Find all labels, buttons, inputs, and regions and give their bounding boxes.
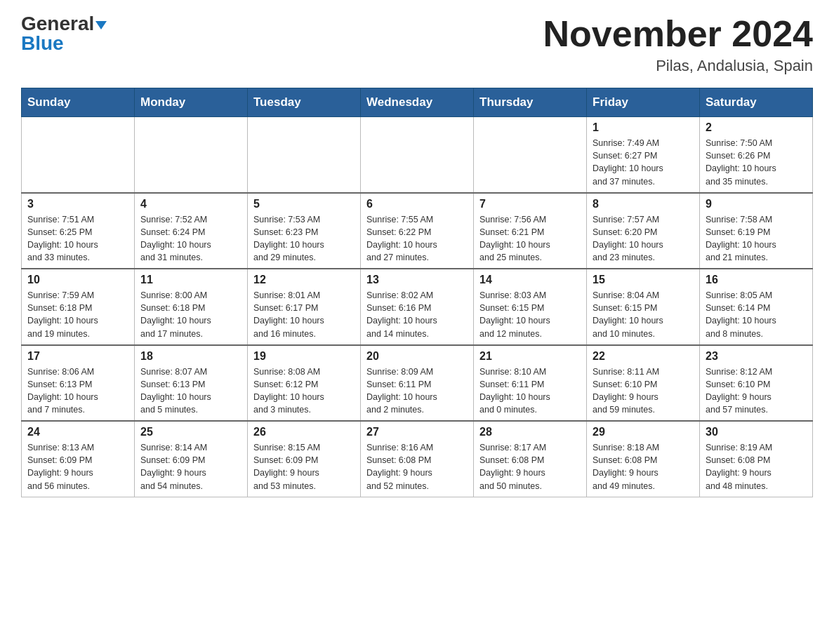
day-info: Sunrise: 7:57 AM Sunset: 6:20 PM Dayligh… bbox=[593, 213, 694, 264]
calendar-cell: 3Sunrise: 7:51 AM Sunset: 6:25 PM Daylig… bbox=[22, 193, 135, 269]
day-info: Sunrise: 7:55 AM Sunset: 6:22 PM Dayligh… bbox=[366, 213, 468, 264]
calendar-cell: 1Sunrise: 7:49 AM Sunset: 6:27 PM Daylig… bbox=[587, 117, 700, 193]
week-row-4: 17Sunrise: 8:06 AM Sunset: 6:13 PM Dayli… bbox=[22, 345, 813, 422]
weekday-header-sunday: Sunday bbox=[22, 88, 135, 117]
day-info: Sunrise: 7:58 AM Sunset: 6:19 PM Dayligh… bbox=[706, 213, 807, 264]
day-info: Sunrise: 8:08 AM Sunset: 6:12 PM Dayligh… bbox=[253, 365, 355, 417]
logo-triangle-icon bbox=[95, 21, 107, 29]
title-section: November 2024 Pilas, Andalusia, Spain bbox=[543, 14, 813, 75]
calendar-cell: 7Sunrise: 7:56 AM Sunset: 6:21 PM Daylig… bbox=[474, 193, 587, 269]
calendar-cell: 16Sunrise: 8:05 AM Sunset: 6:14 PM Dayli… bbox=[700, 269, 813, 345]
day-number: 4 bbox=[140, 198, 241, 210]
day-info: Sunrise: 8:11 AM Sunset: 6:10 PM Dayligh… bbox=[593, 365, 694, 417]
calendar-cell: 26Sunrise: 8:15 AM Sunset: 6:09 PM Dayli… bbox=[248, 421, 361, 497]
day-info: Sunrise: 8:15 AM Sunset: 6:09 PM Dayligh… bbox=[253, 441, 355, 492]
day-info: Sunrise: 8:03 AM Sunset: 6:15 PM Dayligh… bbox=[479, 289, 581, 340]
calendar-cell: 25Sunrise: 8:14 AM Sunset: 6:09 PM Dayli… bbox=[135, 421, 248, 497]
weekday-header-thursday: Thursday bbox=[474, 88, 587, 117]
calendar-cell: 9Sunrise: 7:58 AM Sunset: 6:19 PM Daylig… bbox=[700, 193, 813, 269]
logo-line2: Blue bbox=[21, 34, 64, 53]
day-info: Sunrise: 8:10 AM Sunset: 6:11 PM Dayligh… bbox=[479, 365, 581, 417]
month-title: November 2024 bbox=[543, 14, 813, 54]
day-number: 8 bbox=[593, 198, 694, 210]
day-number: 14 bbox=[479, 274, 581, 286]
weekday-header-monday: Monday bbox=[135, 88, 248, 117]
day-number: 22 bbox=[593, 350, 694, 363]
day-number: 12 bbox=[253, 274, 355, 286]
day-info: Sunrise: 7:50 AM Sunset: 6:26 PM Dayligh… bbox=[706, 137, 807, 188]
calendar-cell: 22Sunrise: 8:11 AM Sunset: 6:10 PM Dayli… bbox=[587, 345, 700, 422]
calendar-cell: 24Sunrise: 8:13 AM Sunset: 6:09 PM Dayli… bbox=[22, 421, 135, 497]
day-number: 28 bbox=[479, 426, 581, 438]
day-info: Sunrise: 8:05 AM Sunset: 6:14 PM Dayligh… bbox=[706, 289, 807, 340]
day-number: 19 bbox=[253, 350, 355, 363]
weekday-header-tuesday: Tuesday bbox=[248, 88, 361, 117]
day-number: 9 bbox=[706, 198, 807, 210]
day-number: 24 bbox=[27, 426, 128, 438]
day-number: 27 bbox=[366, 426, 468, 438]
weekday-header-saturday: Saturday bbox=[700, 88, 813, 117]
calendar-cell: 21Sunrise: 8:10 AM Sunset: 6:11 PM Dayli… bbox=[474, 345, 587, 422]
calendar-cell: 6Sunrise: 7:55 AM Sunset: 6:22 PM Daylig… bbox=[361, 193, 474, 269]
calendar-cell: 2Sunrise: 7:50 AM Sunset: 6:26 PM Daylig… bbox=[700, 117, 813, 193]
day-number: 13 bbox=[366, 274, 468, 286]
day-number: 5 bbox=[253, 198, 355, 210]
week-row-5: 24Sunrise: 8:13 AM Sunset: 6:09 PM Dayli… bbox=[22, 421, 813, 497]
day-number: 2 bbox=[706, 121, 807, 134]
day-number: 3 bbox=[27, 198, 128, 210]
logo: General Blue bbox=[21, 14, 107, 53]
calendar-cell: 11Sunrise: 8:00 AM Sunset: 6:18 PM Dayli… bbox=[135, 269, 248, 345]
calendar-cell bbox=[22, 117, 135, 193]
day-info: Sunrise: 8:19 AM Sunset: 6:08 PM Dayligh… bbox=[706, 441, 807, 492]
calendar-cell: 29Sunrise: 8:18 AM Sunset: 6:08 PM Dayli… bbox=[587, 421, 700, 497]
week-row-3: 10Sunrise: 7:59 AM Sunset: 6:18 PM Dayli… bbox=[22, 269, 813, 345]
calendar-table: SundayMondayTuesdayWednesdayThursdayFrid… bbox=[21, 88, 813, 497]
calendar-cell: 12Sunrise: 8:01 AM Sunset: 6:17 PM Dayli… bbox=[248, 269, 361, 345]
location: Pilas, Andalusia, Spain bbox=[543, 57, 813, 75]
day-number: 16 bbox=[706, 274, 807, 286]
day-number: 20 bbox=[366, 350, 468, 363]
calendar-cell: 4Sunrise: 7:52 AM Sunset: 6:24 PM Daylig… bbox=[135, 193, 248, 269]
day-info: Sunrise: 8:01 AM Sunset: 6:17 PM Dayligh… bbox=[253, 289, 355, 340]
day-number: 21 bbox=[479, 350, 581, 363]
day-info: Sunrise: 7:56 AM Sunset: 6:21 PM Dayligh… bbox=[479, 213, 581, 264]
day-number: 17 bbox=[27, 350, 128, 363]
day-info: Sunrise: 8:13 AM Sunset: 6:09 PM Dayligh… bbox=[27, 441, 128, 492]
day-number: 1 bbox=[593, 121, 694, 134]
calendar-cell: 15Sunrise: 8:04 AM Sunset: 6:15 PM Dayli… bbox=[587, 269, 700, 345]
day-info: Sunrise: 7:49 AM Sunset: 6:27 PM Dayligh… bbox=[593, 137, 694, 188]
calendar-cell: 14Sunrise: 8:03 AM Sunset: 6:15 PM Dayli… bbox=[474, 269, 587, 345]
day-number: 11 bbox=[140, 274, 241, 286]
day-info: Sunrise: 7:53 AM Sunset: 6:23 PM Dayligh… bbox=[253, 213, 355, 264]
day-info: Sunrise: 7:51 AM Sunset: 6:25 PM Dayligh… bbox=[27, 213, 128, 264]
day-number: 26 bbox=[253, 426, 355, 438]
week-row-2: 3Sunrise: 7:51 AM Sunset: 6:25 PM Daylig… bbox=[22, 193, 813, 269]
day-info: Sunrise: 8:16 AM Sunset: 6:08 PM Dayligh… bbox=[366, 441, 468, 492]
day-info: Sunrise: 8:04 AM Sunset: 6:15 PM Dayligh… bbox=[593, 289, 694, 340]
day-number: 6 bbox=[366, 198, 468, 210]
day-number: 23 bbox=[706, 350, 807, 363]
day-info: Sunrise: 7:59 AM Sunset: 6:18 PM Dayligh… bbox=[27, 289, 128, 340]
logo-line1: General bbox=[21, 14, 107, 34]
day-info: Sunrise: 7:52 AM Sunset: 6:24 PM Dayligh… bbox=[140, 213, 241, 264]
day-info: Sunrise: 8:02 AM Sunset: 6:16 PM Dayligh… bbox=[366, 289, 468, 340]
calendar-cell: 28Sunrise: 8:17 AM Sunset: 6:08 PM Dayli… bbox=[474, 421, 587, 497]
day-info: Sunrise: 8:00 AM Sunset: 6:18 PM Dayligh… bbox=[140, 289, 241, 340]
calendar-cell: 27Sunrise: 8:16 AM Sunset: 6:08 PM Dayli… bbox=[361, 421, 474, 497]
calendar-cell bbox=[361, 117, 474, 193]
week-row-1: 1Sunrise: 7:49 AM Sunset: 6:27 PM Daylig… bbox=[22, 117, 813, 193]
calendar-cell: 17Sunrise: 8:06 AM Sunset: 6:13 PM Dayli… bbox=[22, 345, 135, 422]
calendar-cell bbox=[135, 117, 248, 193]
page-header: General Blue November 2024 Pilas, Andalu… bbox=[21, 14, 813, 75]
calendar-cell: 23Sunrise: 8:12 AM Sunset: 6:10 PM Dayli… bbox=[700, 345, 813, 422]
day-info: Sunrise: 8:12 AM Sunset: 6:10 PM Dayligh… bbox=[706, 365, 807, 417]
day-info: Sunrise: 8:17 AM Sunset: 6:08 PM Dayligh… bbox=[479, 441, 581, 492]
calendar-cell: 13Sunrise: 8:02 AM Sunset: 6:16 PM Dayli… bbox=[361, 269, 474, 345]
day-number: 18 bbox=[140, 350, 241, 363]
day-number: 25 bbox=[140, 426, 241, 438]
calendar-cell: 20Sunrise: 8:09 AM Sunset: 6:11 PM Dayli… bbox=[361, 345, 474, 422]
calendar-cell bbox=[474, 117, 587, 193]
day-number: 29 bbox=[593, 426, 694, 438]
day-info: Sunrise: 8:06 AM Sunset: 6:13 PM Dayligh… bbox=[27, 365, 128, 417]
weekday-header-row: SundayMondayTuesdayWednesdayThursdayFrid… bbox=[22, 88, 813, 117]
